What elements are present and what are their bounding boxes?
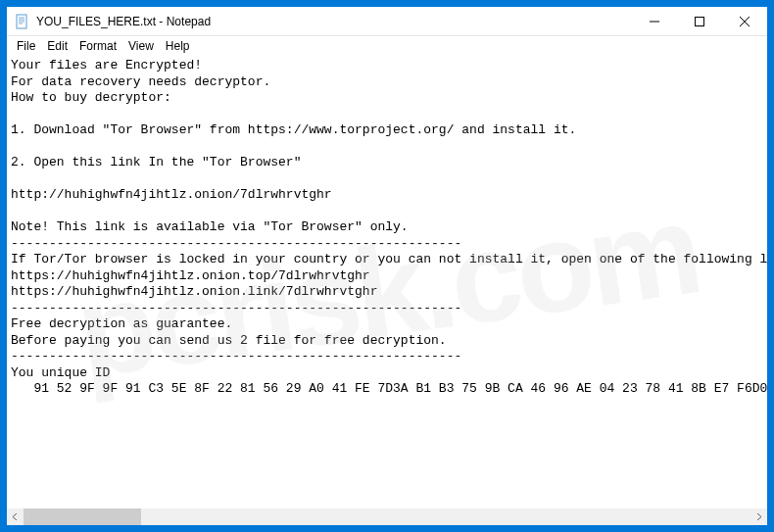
menu-file[interactable]: File [11, 38, 41, 54]
svg-rect-6 [696, 17, 704, 25]
content-area: pcrisk.com Your files are Encrypted! For… [7, 56, 767, 525]
window-title: YOU_FILES_HERE.txt - Notepad [36, 15, 632, 28]
menu-edit[interactable]: Edit [41, 38, 73, 54]
minimize-button[interactable] [632, 7, 677, 35]
menu-help[interactable]: Help [160, 38, 196, 54]
window-controls [632, 7, 767, 35]
scroll-left-button[interactable] [7, 508, 24, 525]
scroll-right-button[interactable] [750, 508, 767, 525]
scroll-track[interactable] [24, 508, 750, 525]
app-icon [15, 14, 30, 29]
horizontal-scrollbar[interactable] [7, 508, 767, 525]
maximize-button[interactable] [677, 7, 722, 35]
notepad-window: YOU_FILES_HERE.txt - Notepad File Edit F… [6, 6, 768, 526]
text-editor[interactable]: Your files are Encrypted! For data recov… [7, 56, 767, 508]
titlebar[interactable]: YOU_FILES_HERE.txt - Notepad [7, 7, 767, 36]
menu-format[interactable]: Format [73, 38, 122, 54]
menu-view[interactable]: View [122, 38, 160, 54]
scroll-thumb[interactable] [24, 508, 141, 525]
menubar: File Edit Format View Help [7, 36, 767, 56]
close-button[interactable] [722, 7, 767, 35]
